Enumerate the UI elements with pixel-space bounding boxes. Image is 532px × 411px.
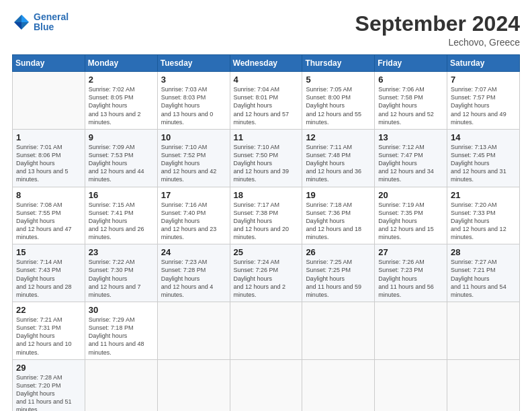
table-cell: 17 Sunrise: 7:16 AM Sunset: 7:40 PM Dayl… (157, 187, 230, 244)
calendar-row: 22 Sunrise: 7:21 AM Sunset: 7:31 PM Dayl… (13, 302, 520, 360)
header-monday: Monday (85, 55, 157, 72)
day-number: 24 (161, 247, 226, 257)
day-info: Sunrise: 7:13 AM Sunset: 7:45 PM Dayligh… (451, 144, 506, 183)
day-info: Sunrise: 7:05 AM Sunset: 8:00 PM Dayligh… (306, 86, 361, 126)
day-number: 21 (451, 190, 516, 200)
day-info: Sunrise: 7:04 AM Sunset: 8:01 PM Dayligh… (234, 86, 290, 126)
day-info: Sunrise: 7:17 AM Sunset: 7:38 PM Dayligh… (234, 201, 290, 241)
calendar-row: 15 Sunrise: 7:14 AM Sunset: 7:43 PM Dayl… (13, 244, 520, 302)
table-cell (13, 72, 85, 130)
day-info: Sunrise: 7:20 AM Sunset: 7:33 PM Dayligh… (451, 201, 506, 241)
table-cell (157, 359, 230, 411)
table-cell: 26 Sunrise: 7:25 AM Sunset: 7:25 PM Dayl… (302, 244, 375, 302)
svg-marker-1 (21, 15, 29, 23)
table-cell (157, 302, 230, 360)
day-info: Sunrise: 7:07 AM Sunset: 7:57 PM Dayligh… (451, 86, 506, 126)
day-number: 27 (378, 247, 443, 257)
day-info: Sunrise: 7:02 AM Sunset: 8:05 PM Dayligh… (89, 86, 141, 126)
day-number: 28 (451, 247, 516, 257)
table-cell: 8 Sunrise: 7:08 AM Sunset: 7:55 PM Dayli… (13, 187, 85, 244)
header-sunday: Sunday (13, 55, 85, 72)
day-number: 18 (234, 190, 299, 200)
table-cell: 15 Sunrise: 7:14 AM Sunset: 7:43 PM Dayl… (13, 244, 85, 302)
day-info: Sunrise: 7:08 AM Sunset: 7:55 PM Dayligh… (16, 201, 72, 241)
table-cell: 5 Sunrise: 7:05 AM Sunset: 8:00 PM Dayli… (302, 72, 375, 130)
table-cell: 10 Sunrise: 7:10 AM Sunset: 7:52 PM Dayl… (157, 129, 230, 187)
day-number: 5 (306, 75, 371, 85)
day-number: 12 (306, 132, 371, 142)
day-info: Sunrise: 7:29 AM Sunset: 7:18 PM Dayligh… (89, 316, 144, 356)
day-number: 9 (89, 132, 154, 142)
table-cell: 7 Sunrise: 7:07 AM Sunset: 7:57 PM Dayli… (447, 72, 520, 130)
table-cell: 13 Sunrise: 7:12 AM Sunset: 7:47 PM Dayl… (375, 129, 447, 187)
calendar-row: 2 Sunrise: 7:02 AM Sunset: 8:05 PM Dayli… (13, 72, 520, 130)
day-number: 22 (16, 305, 81, 315)
table-cell (447, 302, 520, 360)
day-info: Sunrise: 7:18 AM Sunset: 7:36 PM Dayligh… (306, 201, 361, 241)
table-cell: 28 Sunrise: 7:27 AM Sunset: 7:21 PM Dayl… (447, 244, 520, 302)
weekday-header-row: Sunday Monday Tuesday Wednesday Thursday… (13, 55, 520, 72)
table-cell (230, 302, 302, 360)
header-saturday: Saturday (447, 55, 520, 72)
day-info: Sunrise: 7:23 AM Sunset: 7:28 PM Dayligh… (161, 259, 214, 298)
day-number: 26 (306, 247, 371, 257)
day-info: Sunrise: 7:12 AM Sunset: 7:47 PM Dayligh… (378, 144, 434, 183)
calendar-body: 2 Sunrise: 7:02 AM Sunset: 8:05 PM Dayli… (13, 72, 520, 411)
calendar-row: 29 Sunrise: 7:28 AM Sunset: 7:20 PM Dayl… (13, 359, 520, 411)
table-cell (375, 302, 447, 360)
day-number: 29 (16, 363, 81, 373)
day-number: 1 (16, 132, 81, 142)
day-info: Sunrise: 7:25 AM Sunset: 7:25 PM Dayligh… (306, 259, 361, 298)
logo-icon (12, 13, 31, 32)
table-cell (302, 359, 375, 411)
day-info: Sunrise: 7:26 AM Sunset: 7:23 PM Dayligh… (378, 259, 434, 298)
calendar-row: 1 Sunrise: 7:01 AM Sunset: 8:06 PM Dayli… (13, 129, 520, 187)
day-number: 20 (378, 190, 443, 200)
table-cell: 12 Sunrise: 7:11 AM Sunset: 7:48 PM Dayl… (302, 129, 375, 187)
page: General Blue September 2024 Lechovo, Gre… (0, 0, 532, 411)
day-info: Sunrise: 7:01 AM Sunset: 8:06 PM Dayligh… (16, 144, 69, 183)
day-info: Sunrise: 7:24 AM Sunset: 7:26 PM Dayligh… (234, 259, 286, 298)
day-info: Sunrise: 7:03 AM Sunset: 8:03 PM Dayligh… (161, 86, 214, 126)
table-cell: 14 Sunrise: 7:13 AM Sunset: 7:45 PM Dayl… (447, 129, 520, 187)
day-info: Sunrise: 7:16 AM Sunset: 7:40 PM Dayligh… (161, 201, 217, 241)
table-cell (375, 359, 447, 411)
day-info: Sunrise: 7:15 AM Sunset: 7:41 PM Dayligh… (89, 201, 144, 241)
day-info: Sunrise: 7:14 AM Sunset: 7:43 PM Dayligh… (16, 259, 72, 298)
table-cell: 22 Sunrise: 7:21 AM Sunset: 7:31 PM Dayl… (13, 302, 85, 360)
table-cell: 6 Sunrise: 7:06 AM Sunset: 7:58 PM Dayli… (375, 72, 447, 130)
day-number: 13 (378, 132, 443, 142)
table-cell: 4 Sunrise: 7:04 AM Sunset: 8:01 PM Dayli… (230, 72, 302, 130)
table-cell: 9 Sunrise: 7:09 AM Sunset: 7:53 PM Dayli… (85, 129, 157, 187)
table-cell: 24 Sunrise: 7:23 AM Sunset: 7:28 PM Dayl… (157, 244, 230, 302)
day-info: Sunrise: 7:10 AM Sunset: 7:50 PM Dayligh… (234, 144, 290, 183)
table-cell: 23 Sunrise: 7:22 AM Sunset: 7:30 PM Dayl… (85, 244, 157, 302)
day-number: 19 (306, 190, 371, 200)
table-cell: 19 Sunrise: 7:18 AM Sunset: 7:36 PM Dayl… (302, 187, 375, 244)
day-info: Sunrise: 7:11 AM Sunset: 7:48 PM Dayligh… (306, 144, 361, 183)
day-number: 15 (16, 247, 81, 257)
table-cell (85, 359, 157, 411)
table-cell (230, 359, 302, 411)
svg-marker-2 (14, 22, 21, 30)
day-number: 2 (89, 75, 154, 85)
table-cell: 30 Sunrise: 7:29 AM Sunset: 7:18 PM Dayl… (85, 302, 157, 360)
day-number: 7 (451, 75, 516, 85)
logo: General Blue (12, 12, 69, 33)
table-cell: 20 Sunrise: 7:19 AM Sunset: 7:35 PM Dayl… (375, 187, 447, 244)
logo-text: General Blue (34, 12, 69, 33)
title-block: September 2024 Lechovo, Greece (355, 12, 520, 48)
day-number: 6 (378, 75, 443, 85)
day-number: 17 (161, 190, 226, 200)
table-cell: 1 Sunrise: 7:01 AM Sunset: 8:06 PM Dayli… (13, 129, 85, 187)
table-cell: 11 Sunrise: 7:10 AM Sunset: 7:50 PM Dayl… (230, 129, 302, 187)
table-cell: 25 Sunrise: 7:24 AM Sunset: 7:26 PM Dayl… (230, 244, 302, 302)
table-cell: 16 Sunrise: 7:15 AM Sunset: 7:41 PM Dayl… (85, 187, 157, 244)
day-number: 8 (16, 190, 81, 200)
table-cell: 29 Sunrise: 7:28 AM Sunset: 7:20 PM Dayl… (13, 359, 85, 411)
day-info: Sunrise: 7:28 AM Sunset: 7:20 PM Dayligh… (16, 374, 72, 411)
location: Lechovo, Greece (355, 37, 520, 48)
header-tuesday: Tuesday (157, 55, 230, 72)
month-title: September 2024 (355, 12, 520, 36)
day-number: 14 (451, 132, 516, 142)
